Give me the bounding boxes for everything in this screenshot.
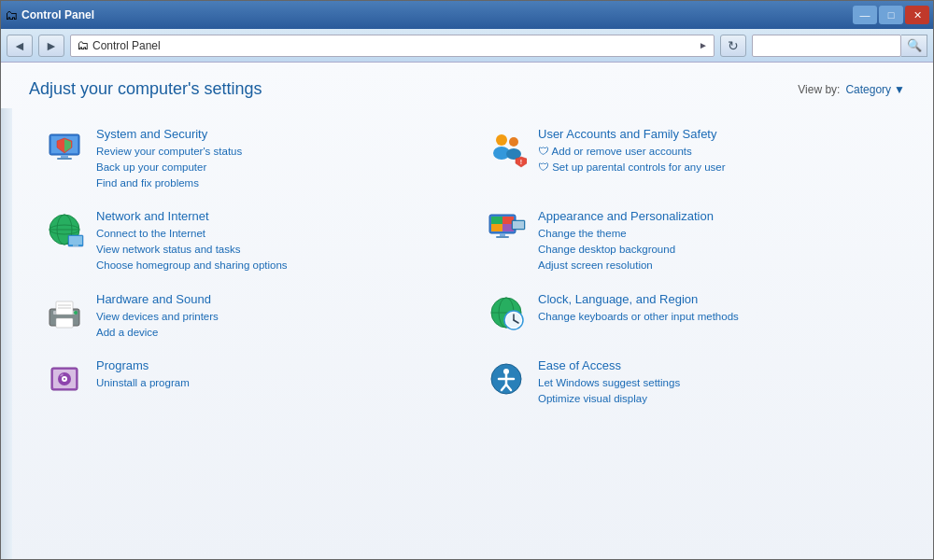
network-links: Connect to the Internet View network sta… bbox=[96, 226, 460, 273]
forward-button[interactable]: ► bbox=[38, 35, 64, 57]
address-icon: 🗂 bbox=[77, 38, 89, 52]
addressbar: ◄ ► 🗂 Control Panel ► ↻ 🔍 bbox=[1, 29, 933, 63]
view-by-dropdown[interactable]: Category ▼ bbox=[845, 83, 905, 96]
address-arrow-icon: ► bbox=[699, 40, 708, 50]
titlebar-title: Control Panel bbox=[21, 8, 94, 21]
appearance-icon bbox=[486, 209, 527, 250]
categories-grid: System and Security Review your computer… bbox=[12, 108, 933, 559]
svg-point-9 bbox=[509, 137, 518, 147]
svg-point-36 bbox=[74, 311, 78, 315]
ease-title[interactable]: Ease of Access bbox=[538, 358, 901, 372]
hardware-title[interactable]: Hardware and Sound bbox=[96, 292, 460, 306]
user-accounts-links: 🛡 Add or remove user accounts 🛡 Set up p… bbox=[538, 144, 901, 175]
category-link[interactable]: 🛡 Set up parental controls for any user bbox=[538, 160, 901, 175]
clock-title[interactable]: Clock, Language, and Region bbox=[538, 292, 901, 306]
appearance-text: Appearance and Personalization Change th… bbox=[538, 209, 901, 273]
programs-text: Programs Uninstall a program bbox=[96, 358, 460, 390]
category-item-ease[interactable]: Ease of Access Let Windows suggest setti… bbox=[473, 349, 914, 415]
category-item-system-security[interactable]: System and Security Review your computer… bbox=[31, 118, 473, 200]
view-by: View by: Category ▼ bbox=[798, 83, 905, 96]
category-item-hardware[interactable]: Hardware and Sound View devices and prin… bbox=[31, 283, 473, 349]
user-accounts-text: User Accounts and Family Safety 🛡 Add or… bbox=[538, 127, 901, 175]
clock-text: Clock, Language, and Region Change keybo… bbox=[538, 292, 901, 324]
page-title: Adjust your computer's settings bbox=[29, 79, 262, 99]
back-button[interactable]: ◄ bbox=[7, 35, 33, 57]
ease-links: Let Windows suggest settings Optimize vi… bbox=[538, 375, 901, 406]
chevron-down-icon: ▼ bbox=[894, 83, 905, 96]
address-text: Control Panel bbox=[92, 39, 695, 52]
maximize-button[interactable]: □ bbox=[879, 6, 903, 24]
category-link[interactable]: Change the theme bbox=[538, 226, 901, 241]
ease-icon bbox=[486, 358, 527, 399]
main-content: Adjust your computer's settings View by:… bbox=[1, 63, 933, 559]
system-security-icon bbox=[44, 127, 85, 168]
svg-rect-18 bbox=[69, 236, 82, 245]
svg-text:!: ! bbox=[520, 159, 522, 165]
category-link[interactable]: View devices and printers bbox=[96, 309, 460, 324]
svg-rect-29 bbox=[513, 221, 524, 229]
category-link[interactable]: Review your computer's status bbox=[96, 144, 460, 159]
svg-rect-24 bbox=[491, 224, 502, 231]
clock-links: Change keyboards or other input methods bbox=[538, 309, 901, 324]
category-link[interactable]: Back up your computer bbox=[96, 160, 460, 175]
close-button[interactable]: ✕ bbox=[905, 6, 929, 24]
system-security-text: System and Security Review your computer… bbox=[96, 127, 460, 190]
svg-rect-22 bbox=[491, 217, 502, 224]
address-box[interactable]: 🗂 Control Panel ► bbox=[70, 35, 715, 57]
category-item-programs[interactable]: Programs Uninstall a program bbox=[31, 349, 473, 415]
programs-links: Uninstall a program bbox=[96, 375, 460, 390]
category-link[interactable]: Adjust screen resolution bbox=[538, 258, 901, 273]
system-security-title[interactable]: System and Security bbox=[96, 127, 460, 141]
search-container: 🔍 bbox=[752, 35, 927, 57]
search-input[interactable] bbox=[758, 39, 895, 52]
titlebar-controls: — □ ✕ bbox=[853, 6, 929, 24]
programs-icon bbox=[44, 358, 85, 399]
content-header: Adjust your computer's settings View by:… bbox=[1, 63, 933, 108]
minimize-button[interactable]: — bbox=[853, 6, 877, 24]
ease-text: Ease of Access Let Windows suggest setti… bbox=[538, 358, 901, 406]
hardware-links: View devices and printers Add a device bbox=[96, 309, 460, 340]
clock-icon bbox=[486, 292, 527, 333]
category-link[interactable]: View network status and tasks bbox=[96, 242, 460, 257]
category-link[interactable]: Connect to the Internet bbox=[96, 226, 460, 241]
category-link[interactable]: Uninstall a program bbox=[96, 375, 460, 390]
network-title[interactable]: Network and Internet bbox=[96, 209, 460, 223]
category-item-user-accounts[interactable]: ! User Accounts and Family Safety 🛡 Add … bbox=[473, 118, 914, 200]
system-security-links: Review your computer's status Back up yo… bbox=[96, 144, 460, 190]
titlebar-left: 🗂 Control Panel bbox=[5, 7, 94, 22]
network-text: Network and Internet Connect to the Inte… bbox=[96, 209, 460, 273]
category-link[interactable]: Change desktop background bbox=[538, 242, 901, 257]
search-button[interactable]: 🔍 bbox=[901, 35, 927, 57]
svg-rect-19 bbox=[73, 245, 78, 246]
category-link[interactable]: Optimize visual display bbox=[538, 391, 901, 406]
search-box[interactable] bbox=[752, 35, 901, 57]
svg-point-7 bbox=[496, 134, 507, 146]
appearance-links: Change the theme Change desktop backgrou… bbox=[538, 226, 901, 273]
category-item-appearance[interactable]: Appearance and Personalization Change th… bbox=[473, 200, 914, 282]
titlebar: 🗂 Control Panel — □ ✕ bbox=[1, 1, 933, 29]
category-link[interactable]: Find and fix problems bbox=[96, 175, 460, 190]
svg-rect-6 bbox=[57, 158, 72, 160]
category-item-network[interactable]: Network and Internet Connect to the Inte… bbox=[31, 200, 473, 282]
hardware-text: Hardware and Sound View devices and prin… bbox=[96, 292, 460, 340]
category-link[interactable]: Let Windows suggest settings bbox=[538, 375, 901, 390]
refresh-button[interactable]: ↻ bbox=[720, 35, 746, 57]
window: 🗂 Control Panel — □ ✕ ◄ ► 🗂 Control Pane… bbox=[0, 0, 934, 560]
user-accounts-icon: ! bbox=[486, 127, 527, 168]
category-link[interactable]: 🛡 Add or remove user accounts bbox=[538, 144, 901, 159]
view-by-label: View by: bbox=[798, 83, 840, 96]
hardware-icon bbox=[44, 292, 85, 333]
category-item-clock[interactable]: Clock, Language, and Region Change keybo… bbox=[473, 283, 914, 349]
appearance-title[interactable]: Appearance and Personalization bbox=[538, 209, 901, 223]
svg-rect-27 bbox=[496, 236, 509, 238]
category-link[interactable]: Add a device bbox=[96, 325, 460, 340]
svg-rect-35 bbox=[56, 318, 73, 328]
content-body: System and Security Review your computer… bbox=[1, 108, 933, 559]
programs-title[interactable]: Programs bbox=[96, 358, 460, 372]
network-icon bbox=[44, 209, 85, 250]
user-accounts-title[interactable]: User Accounts and Family Safety bbox=[538, 127, 901, 141]
category-link[interactable]: Change keyboards or other input methods bbox=[538, 309, 901, 324]
svg-point-48 bbox=[64, 378, 65, 380]
left-strip bbox=[1, 108, 12, 559]
category-link[interactable]: Choose homegroup and sharing options bbox=[96, 258, 460, 273]
